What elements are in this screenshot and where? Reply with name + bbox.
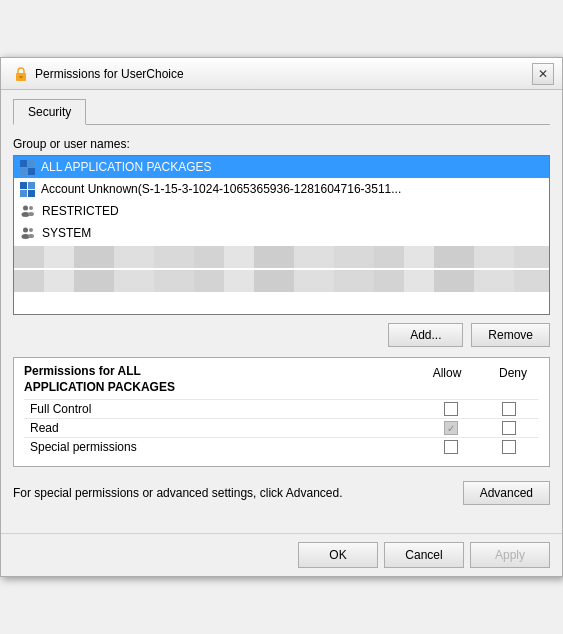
perm-name-read: Read xyxy=(24,421,431,435)
user-management-buttons: Add... Remove xyxy=(13,323,550,347)
dialog-footer: OK Cancel Apply xyxy=(1,533,562,576)
svg-point-8 xyxy=(29,228,33,232)
svg-point-9 xyxy=(28,234,34,238)
users-icon-restricted xyxy=(20,203,36,219)
grid-icon-2 xyxy=(20,182,35,197)
dialog-title: Permissions for UserChoice xyxy=(35,67,184,81)
svg-rect-1 xyxy=(20,76,23,78)
perm-name-full-control: Full Control xyxy=(24,402,431,416)
user-list[interactable]: ALL APPLICATION PACKAGES Account Unknown… xyxy=(13,155,550,315)
user-text-account-unknown: Account Unknown(S-1-15-3-1024-1065365936… xyxy=(41,182,401,196)
read-allow-wrapper xyxy=(431,421,471,435)
full-control-deny-wrapper xyxy=(489,402,529,416)
add-button[interactable]: Add... xyxy=(388,323,463,347)
advanced-description: For special permissions or advanced sett… xyxy=(13,485,343,502)
perm-row-full-control: Full Control xyxy=(24,399,539,418)
ok-button[interactable]: OK xyxy=(298,542,378,568)
perm-checkboxes-special xyxy=(431,440,539,454)
group-label: Group or user names: xyxy=(13,137,550,151)
perm-name-special: Special permissions xyxy=(24,440,431,454)
grid-icon xyxy=(20,160,35,175)
permissions-title: Permissions for ALL APPLICATION PACKAGES xyxy=(24,364,427,395)
special-allow-wrapper xyxy=(431,440,471,454)
perm-row-read: Read xyxy=(24,418,539,437)
advanced-button[interactable]: Advanced xyxy=(463,481,550,505)
svg-point-2 xyxy=(23,206,28,211)
user-text-system: SYSTEM xyxy=(42,226,91,240)
read-deny-checkbox[interactable] xyxy=(502,421,516,435)
perm-checkboxes-full-control xyxy=(431,402,539,416)
read-allow-checkbox[interactable] xyxy=(444,421,458,435)
tab-bar: Security xyxy=(13,98,550,125)
user-text-all-app-packages: ALL APPLICATION PACKAGES xyxy=(41,160,212,174)
perm-checkboxes-read xyxy=(431,421,539,435)
full-control-deny-checkbox[interactable] xyxy=(502,402,516,416)
special-allow-checkbox[interactable] xyxy=(444,440,458,454)
dialog-icon xyxy=(13,66,29,82)
dialog-content: Security Group or user names: ALL APPLIC… xyxy=(1,90,562,533)
blurred-row-1 xyxy=(14,246,549,268)
svg-point-4 xyxy=(29,206,33,210)
svg-point-5 xyxy=(28,212,34,216)
title-bar: Permissions for UserChoice ✕ xyxy=(1,58,562,90)
apply-button[interactable]: Apply xyxy=(470,542,550,568)
perm-col-deny: Deny xyxy=(493,366,533,380)
permissions-section: Permissions for ALL APPLICATION PACKAGES… xyxy=(13,357,550,467)
full-control-allow-checkbox[interactable] xyxy=(444,402,458,416)
user-item-all-app-packages[interactable]: ALL APPLICATION PACKAGES xyxy=(14,156,549,178)
perm-row-special: Special permissions xyxy=(24,437,539,456)
user-item-restricted[interactable]: RESTRICTED xyxy=(14,200,549,222)
read-deny-wrapper xyxy=(489,421,529,435)
perm-col-allow: Allow xyxy=(427,366,467,380)
dialog-window: Permissions for UserChoice ✕ Security Gr… xyxy=(0,57,563,577)
remove-button[interactable]: Remove xyxy=(471,323,550,347)
user-item-account-unknown[interactable]: Account Unknown(S-1-15-3-1024-1065365936… xyxy=(14,178,549,200)
svg-point-6 xyxy=(23,228,28,233)
title-bar-left: Permissions for UserChoice xyxy=(13,66,184,82)
special-deny-checkbox[interactable] xyxy=(502,440,516,454)
full-control-allow-wrapper xyxy=(431,402,471,416)
advanced-section: For special permissions or advanced sett… xyxy=(13,477,550,509)
close-button[interactable]: ✕ xyxy=(532,63,554,85)
user-item-system[interactable]: SYSTEM xyxy=(14,222,549,244)
cancel-button[interactable]: Cancel xyxy=(384,542,464,568)
user-text-restricted: RESTRICTED xyxy=(42,204,119,218)
users-icon-system xyxy=(20,225,36,241)
blurred-row-2 xyxy=(14,270,549,292)
special-deny-wrapper xyxy=(489,440,529,454)
tab-security[interactable]: Security xyxy=(13,99,86,125)
